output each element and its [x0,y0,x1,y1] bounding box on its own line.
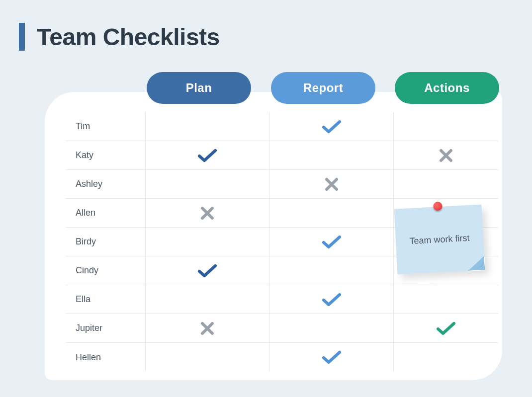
sticky-note-body: Team work first [394,204,485,274]
sticky-note-text: Team work first [409,232,470,247]
sticky-note: Team work first [394,204,485,274]
row-name: Tim [66,121,145,132]
cell-plan [145,314,269,342]
cell-plan [145,112,269,141]
cell-report [269,228,394,256]
column-header-plan-label: Plan [186,81,212,95]
row-name: Allen [66,208,145,218]
row-name: Birdy [66,237,145,247]
cell-plan [145,256,269,285]
cell-actions [394,112,498,141]
cell-report [269,170,394,198]
cell-plan [145,141,269,169]
page-title: Team Checklists [37,23,220,51]
cell-report [269,314,394,342]
cell-actions [394,285,498,314]
cell-plan [145,285,269,314]
check-icon [322,292,342,307]
check-icon [436,321,456,336]
row-name: Jupiter [66,323,145,333]
cross-icon [200,206,215,221]
cell-report [269,343,394,372]
column-header-plan: Plan [147,72,251,104]
cell-report [269,199,394,227]
row-name: Ashley [66,179,145,189]
cross-icon [439,148,453,163]
cell-plan [145,170,269,198]
row-name: Ella [66,294,145,305]
cell-actions [394,170,498,198]
cell-report [269,141,394,169]
page-title-wrap: Team Checklists [19,23,220,51]
check-icon [322,235,342,249]
check-icon [322,119,342,134]
cell-actions [394,343,498,372]
column-header-report-label: Report [303,81,343,95]
column-header-actions-label: Actions [424,81,470,95]
check-icon [197,263,217,278]
row-name: Cindy [66,265,145,276]
cell-report [269,112,394,141]
cross-icon [200,321,215,336]
row-name: Katy [66,150,145,160]
title-accent-bar [19,23,25,51]
cell-report [269,285,394,314]
table-row: Ella [66,285,498,314]
table-row: Katy [66,141,498,170]
cell-report [269,256,394,285]
table-row: Ashley [66,170,498,199]
column-header-report: Report [271,72,375,104]
cross-icon [324,177,339,192]
cell-plan [145,228,269,256]
cell-actions [394,314,498,342]
table-row: Tim [66,112,498,141]
cell-plan [145,199,269,227]
check-icon [322,350,342,365]
cell-plan [145,343,269,372]
table-row: Hellen [66,343,498,372]
row-name: Hellen [66,352,145,363]
column-header-actions: Actions [395,72,499,104]
check-icon [197,148,217,163]
cell-actions [394,141,498,169]
table-row: Jupiter [66,314,498,343]
